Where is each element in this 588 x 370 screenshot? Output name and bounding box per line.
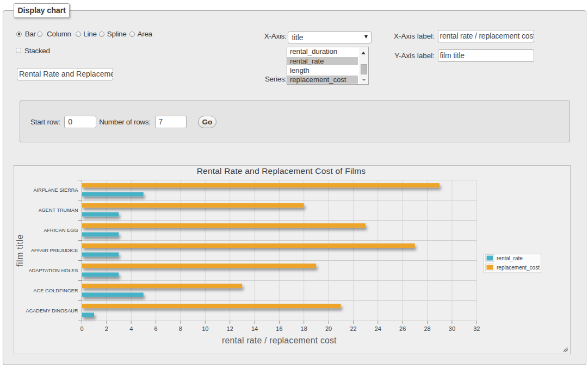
svg-text:2: 2: [105, 325, 108, 332]
svg-text:Rental Rate and Replacement Co: Rental Rate and Replacement Cost of Film…: [197, 166, 366, 175]
svg-text:22: 22: [350, 325, 356, 332]
svg-text:12: 12: [227, 325, 233, 332]
svg-text:16: 16: [276, 325, 282, 332]
svg-text:18: 18: [301, 325, 307, 332]
svg-text:AFRICAN EGG: AFRICAN EGG: [44, 228, 78, 233]
svg-text:ACE GOLDFINGER: ACE GOLDFINGER: [34, 288, 78, 293]
svg-text:4: 4: [129, 325, 133, 332]
svg-text:0: 0: [80, 325, 83, 332]
svg-text:rental rate / replacement cost: rental rate / replacement cost: [222, 336, 337, 345]
svg-text:26: 26: [399, 325, 406, 332]
svg-text:ACADEMY DINOSAUR: ACADEMY DINOSAUR: [26, 308, 78, 313]
svg-text:14: 14: [251, 325, 258, 332]
svg-text:10: 10: [202, 325, 208, 332]
svg-text:AGENT TRUMAN: AGENT TRUMAN: [39, 208, 78, 213]
svg-text:20: 20: [325, 325, 332, 332]
svg-text:8: 8: [179, 325, 182, 332]
svg-text:24: 24: [375, 325, 381, 332]
svg-text:30: 30: [449, 325, 455, 332]
svg-text:rental_rate: rental_rate: [497, 255, 523, 261]
svg-text:6: 6: [154, 325, 158, 332]
svg-text:replacement_cost: replacement_cost: [497, 265, 540, 271]
svg-text:AIRPLANE SIERRA: AIRPLANE SIERRA: [33, 187, 78, 193]
svg-text:ADAPTATION HOLES: ADAPTATION HOLES: [29, 268, 78, 273]
svg-text:28: 28: [424, 325, 430, 332]
svg-text:film title: film title: [15, 234, 24, 267]
svg-text:AFFAIR PREJUDICE: AFFAIR PREJUDICE: [31, 248, 78, 253]
svg-text:32: 32: [473, 325, 480, 332]
